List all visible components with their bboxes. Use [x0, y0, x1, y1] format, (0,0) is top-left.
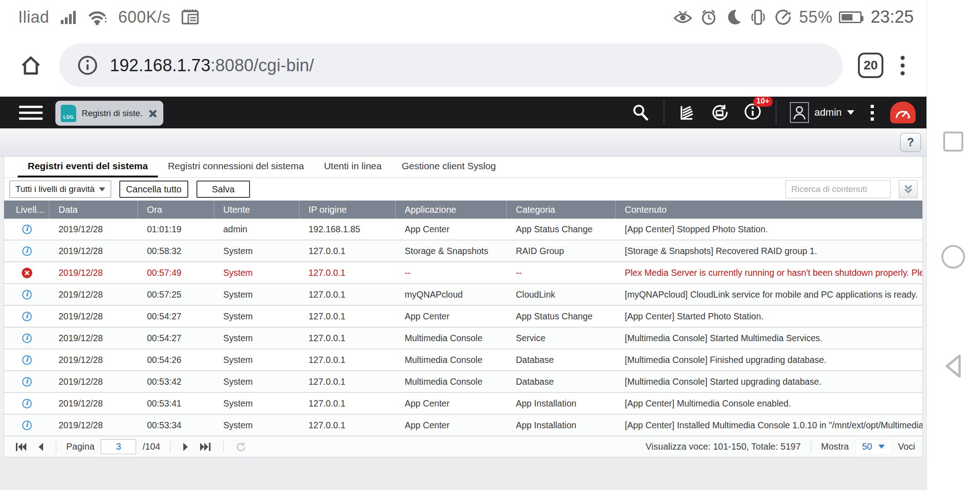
cell-category: Database — [507, 349, 616, 370]
recents-button[interactable] — [943, 132, 963, 152]
search-icon[interactable] — [631, 103, 650, 122]
cell-time: 00:54:27 — [138, 328, 214, 348]
open-window-tab[interactable]: LOG Registri di siste... — [55, 101, 163, 126]
tab-switcher-button[interactable]: 20 — [858, 53, 883, 78]
refresh-button[interactable] — [234, 441, 248, 452]
status-bar-right: 55% 23:25 — [673, 7, 914, 27]
pagination-bar: Pagina /104 Visualizza voce: 101-150, To… — [4, 436, 922, 457]
status-bar-left: Iliad 600K/s — [18, 8, 200, 27]
log-row[interactable]: 2019/12/2800:53:34System127.0.0.1App Cen… — [4, 415, 922, 436]
page-number-input[interactable] — [101, 439, 136, 454]
error-icon — [4, 262, 49, 283]
tab-2[interactable]: Registri connessioni del sistema — [158, 157, 314, 177]
column-header[interactable]: Utente — [214, 201, 299, 219]
log-row[interactable]: 2019/12/2800:54:27System127.0.0.1Multime… — [4, 328, 922, 349]
chevron-down-icon — [99, 187, 105, 191]
page-label: Pagina — [66, 441, 94, 452]
cell-date: 2019/12/28 — [49, 415, 138, 436]
log-row[interactable]: 2019/12/2800:54:26System127.0.0.1Multime… — [4, 349, 922, 371]
android-nav-strip — [926, 0, 980, 490]
header-actions: 10+ admin — [631, 101, 916, 124]
info-icon — [4, 371, 49, 392]
home-icon[interactable] — [18, 53, 44, 78]
items-summary-label: Visualizza voce: 101-150, Totale: 5197 — [646, 441, 801, 452]
back-button[interactable] — [943, 353, 963, 379]
log-row[interactable]: 2019/12/2800:53:41System127.0.0.1App Cen… — [4, 393, 922, 415]
dashboard-gauge-icon[interactable] — [890, 102, 916, 123]
browser-menu-icon[interactable] — [899, 54, 906, 77]
cell-app: Multimedia Console — [396, 349, 507, 370]
column-header[interactable]: Contenuto — [616, 201, 922, 219]
cell-time: 00:57:49 — [138, 262, 214, 283]
app-sub-toolbar: ? — [0, 128, 926, 157]
avatar-icon — [790, 102, 809, 123]
log-row[interactable]: 2019/12/2800:58:32System127.0.0.1Storage… — [4, 240, 922, 262]
user-menu[interactable]: admin — [790, 102, 854, 123]
page-footer — [0, 457, 926, 490]
clock-label: 23:25 — [871, 7, 914, 27]
username-label: admin — [814, 107, 842, 118]
log-row[interactable]: 2019/12/2801:01:19admin192.168.1.85App C… — [4, 219, 922, 240]
cell-content: [Multimedia Console] Finished upgrading … — [616, 349, 922, 370]
cell-app: myQNAPcloud — [396, 284, 507, 305]
clear-all-button[interactable]: Cancella tutto — [119, 181, 188, 198]
alarm-icon — [699, 8, 718, 26]
cell-ip: 127.0.0.1 — [299, 415, 396, 436]
column-header[interactable]: Ora — [138, 201, 214, 219]
carrier-label: Iliad — [18, 8, 49, 27]
last-page-button[interactable] — [198, 442, 213, 452]
column-header[interactable]: Data — [49, 201, 138, 219]
log-row[interactable]: 2019/12/2800:54:27System127.0.0.1App Cen… — [4, 306, 922, 328]
info-icon — [4, 328, 49, 348]
info-icon — [4, 349, 49, 370]
main-menu-icon[interactable] — [19, 106, 43, 120]
cell-category: App Status Change — [507, 219, 616, 240]
cell-app: Multimedia Console — [396, 371, 507, 392]
window-tab-title: Registri di siste... — [82, 108, 143, 118]
main-column: Iliad 600K/s 55% 23:25 192. — [0, 0, 926, 490]
double-chevron-down-icon — [902, 183, 914, 195]
home-button[interactable] — [941, 245, 965, 269]
column-header[interactable]: Applicazione — [396, 201, 507, 219]
content-search-input[interactable] — [785, 180, 891, 198]
background-tasks-icon[interactable] — [678, 103, 696, 122]
page-info-icon[interactable] — [77, 55, 98, 76]
url-text: 192.168.1.73:8080/cgi-bin/ — [110, 56, 314, 75]
info-icon — [4, 415, 49, 436]
severity-dropdown[interactable]: Tutti i livelli di gravità — [10, 181, 111, 198]
save-button[interactable]: Salva — [196, 181, 250, 198]
log-row[interactable]: 2019/12/2800:57:49System127.0.0.1----Ple… — [4, 262, 922, 284]
advanced-search-button[interactable] — [899, 180, 918, 198]
log-row[interactable]: 2019/12/2800:57:25System127.0.0.1myQNAPc… — [4, 284, 922, 306]
device-sync-icon[interactable] — [710, 103, 730, 122]
column-header[interactable]: Livell... — [4, 201, 49, 219]
cell-user: System — [214, 262, 299, 283]
cell-time: 00:54:26 — [138, 349, 214, 370]
next-page-button[interactable] — [181, 442, 191, 452]
tab-1[interactable]: Registri eventi del sistema — [18, 157, 158, 177]
help-button[interactable]: ? — [900, 133, 921, 152]
prev-page-button[interactable] — [35, 442, 46, 452]
qnap-header: LOG Registri di siste... 10+ ad — [0, 97, 926, 128]
cell-content: [Multimedia Console] Started upgrading d… — [616, 371, 922, 392]
tab-3[interactable]: Utenti in linea — [314, 157, 392, 177]
cell-user: System — [214, 371, 299, 392]
cell-date: 2019/12/28 — [49, 371, 138, 392]
url-bar[interactable]: 192.168.1.73:8080/cgi-bin/ — [59, 44, 843, 87]
info-icon — [4, 219, 49, 240]
page-size-dropdown[interactable]: 50 — [855, 439, 892, 455]
close-tab-icon[interactable] — [149, 109, 157, 118]
column-header[interactable]: Categoria — [507, 201, 616, 219]
more-options-icon[interactable] — [868, 104, 877, 122]
cell-ip: 127.0.0.1 — [299, 262, 396, 283]
notifications-button[interactable]: 10+ — [743, 102, 762, 123]
cell-user: System — [214, 415, 299, 436]
cell-date: 2019/12/28 — [49, 219, 138, 240]
first-page-button[interactable] — [13, 442, 29, 452]
log-row[interactable]: 2019/12/2800:53:42System127.0.0.1Multime… — [4, 371, 922, 393]
cell-user: System — [214, 306, 299, 327]
column-header[interactable]: IP origine — [299, 201, 396, 219]
cell-app: App Center — [396, 415, 507, 436]
tab-4[interactable]: Gestione client Syslog — [392, 157, 506, 177]
eye-icon — [673, 8, 693, 26]
